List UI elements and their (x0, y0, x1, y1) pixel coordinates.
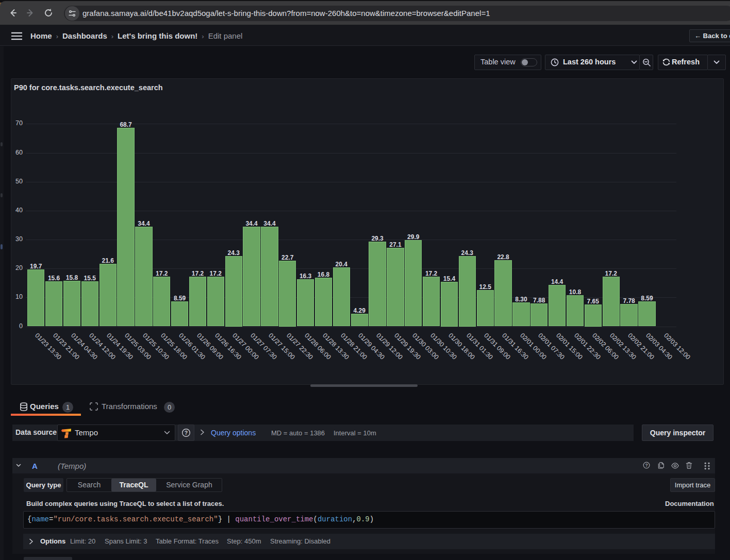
svg-text:?: ? (645, 463, 648, 468)
svg-text:?: ? (185, 430, 188, 436)
